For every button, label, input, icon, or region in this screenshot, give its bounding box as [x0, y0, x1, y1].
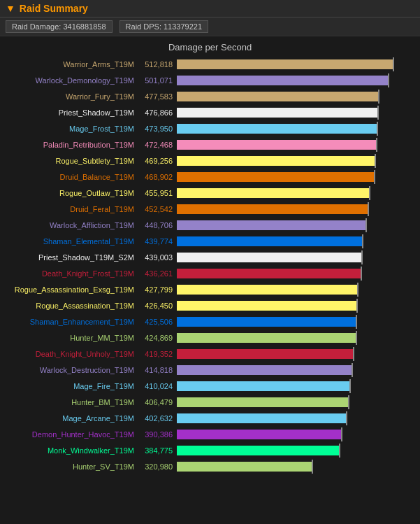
bar-tick [365, 218, 367, 232]
row-value: 320,980 [138, 462, 177, 471]
row-name: Hunter_BM_T19M [6, 398, 138, 406]
bar-tick [361, 250, 363, 264]
table-row: Mage_Fire_T19M410,024 [6, 378, 414, 394]
bar-container [177, 332, 414, 344]
row-name: Druid_Feral_T19M [6, 205, 138, 213]
table-row: Rogue_Assassination_Exsg_T19M427,799 [6, 282, 414, 297]
chart-container: Warrior_Arms_T19M512,818Warlock_Demonolo… [0, 55, 420, 476]
row-value: 425,506 [138, 318, 177, 326]
row-name: Rogue_Outlaw_T19M [6, 189, 138, 197]
bar-tick [388, 73, 389, 87]
bar-tick [393, 57, 394, 71]
bar-container [177, 252, 414, 263]
bar [177, 317, 356, 327]
bar-container [177, 75, 414, 86]
table-row: Hunter_BM_T19M406,479 [6, 395, 414, 410]
row-value: 427,799 [138, 285, 177, 294]
bar [177, 446, 340, 455]
bar-tick [339, 444, 340, 458]
row-name: Warrior_Arms_T19M [6, 60, 138, 69]
row-value: 406,479 [138, 398, 177, 406]
row-name: Hunter_SV_T19M [6, 462, 138, 471]
row-value: 501,071 [138, 76, 177, 85]
bar [177, 349, 354, 359]
table-row: Warlock_Destruction_T19M414,818 [6, 362, 414, 378]
bar-container [177, 300, 414, 311]
table-row: Rogue_Subtlety_T19M469,256 [6, 153, 414, 169]
bar-container [177, 445, 414, 456]
bar-tick [356, 299, 358, 313]
bar [177, 236, 363, 246]
bar [177, 253, 362, 262]
row-name: Priest_Shadow_T19M_S2M [6, 253, 138, 262]
bar-tick [362, 234, 363, 248]
bar [177, 204, 368, 214]
table-row: Shaman_Elemental_T19M439,774 [6, 234, 414, 249]
row-name: Shaman_Elemental_T19M [6, 237, 138, 246]
row-name: Shaman_Enhancement_T19M [6, 318, 138, 326]
chart-title: Damage per Second [0, 36, 420, 55]
bar-container [177, 204, 414, 215]
bar [177, 301, 357, 311]
bar [177, 156, 375, 166]
bar-container [177, 461, 414, 472]
bar-tick [353, 347, 354, 361]
bar-container [177, 381, 414, 392]
bar-container [177, 429, 414, 440]
bar-container [177, 364, 414, 376]
bar-tick [348, 395, 349, 409]
row-value: 439,774 [138, 237, 177, 246]
bar [177, 462, 312, 472]
collapse-arrow[interactable]: ▼ [6, 3, 15, 14]
row-name: Mage_Fire_T19M [6, 382, 138, 390]
row-value: 473,950 [138, 125, 177, 133]
bar-container [177, 59, 414, 70]
row-name: Warrior_Fury_T19M [6, 92, 138, 101]
row-value: 419,352 [138, 350, 177, 358]
bar-tick [378, 90, 379, 104]
row-value: 426,450 [138, 302, 177, 310]
row-value: 476,866 [138, 108, 177, 117]
row-value: 439,003 [138, 253, 177, 262]
bar-tick [357, 283, 359, 297]
row-value: 410,024 [138, 382, 177, 390]
bar-tick [352, 363, 353, 377]
bar-tick [369, 186, 370, 200]
row-name: Hunter_MM_T19M [6, 334, 138, 342]
table-row: Mage_Arcane_T19M402,632 [6, 411, 414, 426]
row-name: Monk_Windwalker_T19M [6, 446, 138, 455]
row-value: 452,542 [138, 205, 177, 213]
table-row: Hunter_SV_T19M320,980 [6, 459, 414, 474]
row-name: Warlock_Destruction_T19M [6, 366, 138, 374]
bar-container [177, 397, 414, 408]
page-title: Raid Summary [20, 3, 88, 14]
bar-tick [376, 138, 377, 152]
bar [177, 285, 358, 295]
stats-bar: Raid Damage: 3416881858 Raid DPS: 113379… [0, 17, 420, 36]
row-name: Demon_Hunter_Havoc_T19M [6, 430, 138, 439]
bar [177, 59, 393, 69]
bar-tick [349, 379, 351, 393]
row-value: 384,775 [138, 446, 177, 455]
bar [177, 397, 349, 407]
table-row: Demon_Hunter_Havoc_T19M390,386 [6, 427, 414, 442]
bar-tick [341, 427, 342, 441]
row-name: Death_Knight_Unholy_T19M [6, 350, 138, 358]
table-row: Druid_Feral_T19M452,542 [6, 201, 414, 217]
bar-container [177, 171, 414, 183]
bar-container [177, 155, 414, 167]
bar-tick [374, 170, 375, 184]
bar [177, 413, 347, 423]
raid-dps-label: Raid DPS: [126, 22, 161, 31]
bar-container [177, 107, 414, 118]
bar [177, 365, 352, 375]
bar [177, 92, 379, 101]
table-row: Death_Knight_Frost_T19M436,261 [6, 266, 414, 281]
row-value: 472,468 [138, 141, 177, 149]
bar-tick [312, 460, 313, 474]
table-row: Death_Knight_Unholy_T19M419,352 [6, 346, 414, 362]
header: ▼ Raid Summary [0, 0, 420, 17]
row-name: Mage_Arcane_T19M [6, 414, 138, 423]
row-value: 414,818 [138, 366, 177, 374]
row-name: Druid_Balance_T19M [6, 173, 138, 181]
